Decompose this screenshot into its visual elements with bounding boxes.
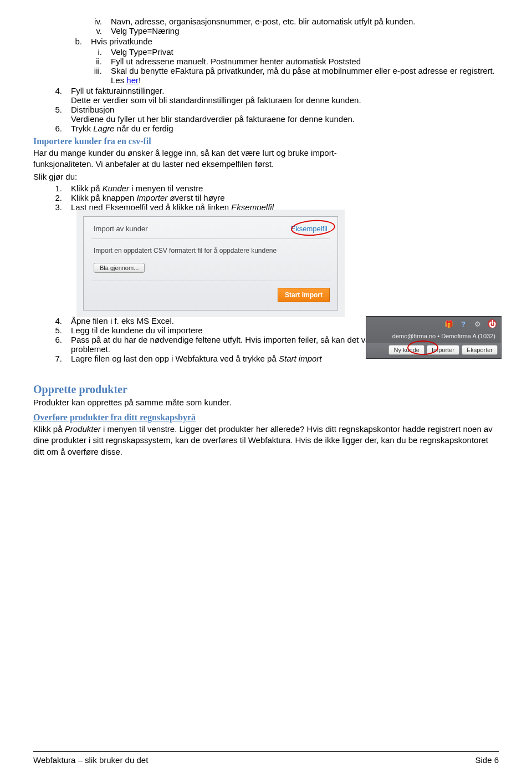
list-marker: 5.: [33, 105, 71, 124]
list-text-part: øverst til høyre: [167, 193, 224, 202]
list-marker: 6.: [33, 335, 71, 354]
para-part: i menyen til venstre. Ligger det produkt…: [33, 424, 493, 456]
divider: [91, 281, 330, 281]
heading-transfer-products: Overføre produkter fra ditt regnskapsbyr…: [33, 413, 499, 423]
list-text-italic: Importer: [136, 193, 167, 202]
list-line: Fyll ut fakturainnstillinger.: [71, 86, 499, 95]
list-text: Hvis privatkunde: [91, 37, 499, 46]
list-text: Klikk på knappen Importer øverst til høy…: [71, 193, 499, 202]
footer-left: Webfaktura – slik bruker du det: [33, 755, 148, 765]
screenshot-toolbar: 🎁 ? ⚙ ⏻ demo@firma.no • Demofirma A (103…: [366, 316, 502, 359]
list-marker: 7.: [33, 354, 71, 363]
list-text-italic: Lagre: [93, 124, 114, 133]
list-line: Distribusjon: [71, 105, 499, 114]
browse-button[interactable]: Bla gjennom...: [94, 263, 145, 273]
list-marker: 4.: [33, 86, 71, 105]
page-footer: Webfaktura – slik bruker du det Side 6: [33, 751, 499, 765]
list-text-part: Klikk på knappen: [71, 193, 136, 202]
list-marker: iii.: [33, 66, 111, 85]
list-text-italic: Kunder: [103, 184, 129, 193]
list-text-italic: Start import: [279, 354, 322, 363]
list-text: Last ned Eksempelfil ved å klikke på lin…: [71, 202, 499, 212]
gear-icon[interactable]: ⚙: [473, 319, 482, 328]
eksporter-button[interactable]: Eksporter: [462, 345, 498, 355]
list-text: Distribusjon Verdiene du fyller ut her b…: [71, 105, 499, 124]
list-marker: v.: [33, 26, 111, 35]
list-text-part: Klikk på: [71, 184, 103, 193]
list-text-part: Skal du benytte eFaktura på privatkunder…: [111, 66, 495, 85]
list-text: Velg Type=Privat: [111, 47, 499, 57]
list-text: Navn, adresse, organisasjonsnummer, e-po…: [111, 17, 499, 26]
dialog-title: Import av kunder: [94, 225, 148, 233]
para-italic: Produkter: [65, 424, 101, 434]
list-marker: b.: [33, 37, 91, 46]
list-line: Verdiene du fyller ut her blir standardv…: [71, 114, 499, 124]
power-icon[interactable]: ⏻: [488, 319, 497, 328]
list-marker: iv.: [33, 17, 111, 26]
footer-right: Side 6: [475, 755, 499, 765]
list-marker: 3.: [33, 202, 71, 212]
heading-opprette-produkter: Opprette produkter: [33, 383, 499, 396]
screenshot-import-dialog: Import av kunder Eksempelfil Import en o…: [83, 216, 338, 311]
list-marker: ii.: [33, 57, 111, 66]
list-marker: 6.: [33, 124, 71, 133]
breadcrumb: demo@firma.no • Demofirma A (1032): [366, 330, 501, 343]
importer-button[interactable]: Importer: [427, 345, 459, 355]
list-marker: 5.: [33, 326, 71, 335]
help-icon[interactable]: ?: [459, 319, 468, 328]
list-text: Skal du benytte eFaktura på privatkunder…: [111, 66, 499, 85]
dialog-description: Import en oppdatert CSV formatert fil fo…: [84, 239, 337, 260]
list-text-part: i menyen til venstre: [129, 184, 203, 193]
list-text: Velg Type=Næring: [111, 26, 499, 35]
list-line: Dette er verdier som vil bli standardinn…: [71, 95, 499, 105]
list-text: Klikk på Kunder i menyen til venstre: [71, 184, 499, 193]
heading-import-csv: Importere kunder fra en csv-fil: [33, 136, 499, 146]
footer-rule: [33, 751, 499, 752]
list-marker: 1.: [33, 184, 71, 193]
list-text: Fyll ut fakturainnstillinger. Dette er v…: [71, 86, 499, 105]
list-text: Fyll ut adressene manuelt. Postnummer he…: [111, 57, 499, 66]
products-paragraph: Produkter kan opprettes på samme måte so…: [33, 397, 499, 408]
import-intro: Slik gjør du:: [33, 171, 499, 182]
start-import-button[interactable]: Start import: [278, 288, 330, 302]
transfer-paragraph: Klikk på Produkter i menyen til venstre.…: [33, 424, 499, 457]
list-text-part: når du er ferdig: [115, 124, 173, 133]
gift-icon[interactable]: 🎁: [444, 319, 453, 328]
list-text-italic: Eksempelfil: [231, 202, 274, 212]
eksempelfil-link[interactable]: Eksempelfil: [291, 225, 328, 233]
list-text: Trykk Lagre når du er ferdig: [71, 124, 499, 133]
import-paragraph: Har du mange kunder du ønsker å legge in…: [33, 148, 344, 170]
list-marker: 4.: [33, 316, 71, 326]
list-text-part: Last ned Eksempelfil ved å klikke på lin…: [71, 202, 231, 212]
list-text-part: Lagre filen og last den opp i Webfaktura…: [71, 354, 279, 363]
ny-kunde-button[interactable]: Ny kunde: [388, 345, 424, 355]
list-text-part: !: [139, 75, 141, 85]
her-link[interactable]: her: [126, 75, 139, 85]
list-marker: 2.: [33, 193, 71, 202]
list-text-part: Trykk: [71, 124, 93, 133]
para-part: Klikk på: [33, 424, 65, 434]
list-marker: i.: [33, 47, 111, 57]
